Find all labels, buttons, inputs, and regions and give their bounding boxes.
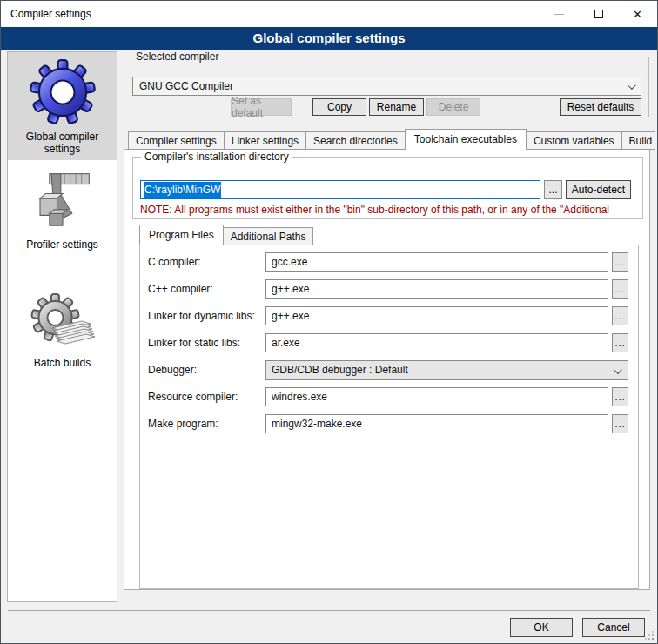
maximize-icon — [594, 10, 603, 18]
compiler-select[interactable]: GNU GCC Compiler — [132, 77, 641, 96]
sidebar-item-global-compiler-settings[interactable]: Global compiler settings — [8, 52, 117, 160]
tab-additional-paths[interactable]: Additional Paths — [223, 227, 314, 245]
cpp-compiler-input[interactable]: g++.exe — [265, 279, 608, 299]
rename-button[interactable]: Rename — [369, 98, 424, 116]
debugger-select-value: GDB/CDB debugger : Default — [272, 364, 408, 376]
browse-directory-button[interactable]: ... — [544, 180, 562, 199]
c-compiler-input[interactable]: gcc.exe — [265, 252, 608, 272]
form-row-resource-compiler: Resource compiler: windres.exe ... — [148, 387, 628, 406]
browse-make-program-button[interactable]: ... — [612, 414, 628, 433]
selected-compiler-group: Selected compiler GNU GCC Compiler Set a… — [124, 57, 649, 117]
title-bar[interactable]: Compiler settings ✕ — [1, 1, 657, 27]
resize-grip[interactable] — [652, 638, 654, 640]
close-button[interactable]: ✕ — [618, 1, 657, 27]
set-as-default-button[interactable]: Set as default — [231, 98, 292, 116]
caption-buttons: ✕ — [540, 1, 657, 27]
compiler-settings-dialog: Compiler settings ✕ Global compiler sett… — [0, 0, 658, 644]
copy-button[interactable]: Copy — [312, 98, 366, 116]
form-row-debugger: Debugger: GDB/CDB debugger : Default — [148, 360, 628, 379]
field-value: windres.exe — [272, 391, 327, 403]
settings-category-list: Global compiler settings Profiler settin… — [7, 51, 118, 602]
delete-button[interactable]: Delete — [426, 98, 480, 116]
sidebar-item-label: Global compiler settings — [8, 131, 117, 155]
settings-tab-strip: Compiler settings Linker settings Search… — [128, 129, 658, 150]
field-value: ar.exe — [272, 337, 300, 349]
field-label: C compiler: — [148, 256, 265, 268]
field-value: g++.exe — [272, 283, 309, 295]
browse-dynamic-linker-button[interactable]: ... — [612, 306, 628, 325]
group-legend: Selected compiler — [132, 50, 222, 63]
field-label: Resource compiler: — [148, 391, 265, 403]
form-row-dynamic-linker: Linker for dynamic libs: g++.exe ... — [148, 306, 628, 325]
selected-path-text: C:\raylib\MinGW — [144, 182, 221, 198]
maximize-button[interactable] — [579, 1, 618, 27]
minimize-icon — [554, 14, 564, 15]
field-value: g++.exe — [272, 310, 309, 322]
ok-button[interactable]: OK — [510, 618, 573, 637]
browse-cpp-compiler-button[interactable]: ... — [612, 279, 628, 299]
close-icon: ✕ — [633, 9, 642, 20]
dynamic-linker-input[interactable]: g++.exe — [265, 306, 608, 325]
make-program-input[interactable]: mingw32-make.exe — [265, 414, 608, 433]
sidebar-item-label: Batch builds — [8, 357, 117, 369]
compiler-select-value: GNU GCC Compiler — [139, 80, 233, 92]
chevron-down-icon — [614, 366, 622, 374]
browse-resource-compiler-button[interactable]: ... — [612, 387, 628, 406]
form-row-make-program: Make program: mingw32-make.exe ... — [148, 414, 628, 433]
field-label: Linker for dynamic libs: — [148, 310, 265, 322]
installation-directory-input[interactable]: C:\raylib\MinGW — [140, 180, 540, 199]
auto-detect-button[interactable]: Auto-detect — [566, 180, 631, 199]
gray-gear-stack-icon — [29, 292, 97, 354]
footer-separator — [8, 610, 650, 611]
installation-directory-group: Compiler's installation directory C:\ray… — [132, 157, 643, 219]
form-row-cpp-compiler: C++ compiler: g++.exe ... — [148, 279, 628, 299]
tab-program-files[interactable]: Program Files — [139, 225, 224, 245]
tab-custom-variables[interactable]: Custom variables — [526, 131, 622, 150]
tab-compiler-settings[interactable]: Compiler settings — [128, 131, 225, 150]
program-files-page: C compiler: gcc.exe ... C++ compiler: g+… — [139, 245, 639, 589]
cancel-button[interactable]: Cancel — [582, 618, 645, 637]
tab-toolchain-executables[interactable]: Toolchain executables — [405, 129, 527, 150]
resource-compiler-input[interactable]: windres.exe — [265, 387, 608, 406]
field-label: Make program: — [148, 418, 265, 430]
group-legend: Compiler's installation directory — [141, 151, 292, 163]
note-text: NOTE: All programs must exist either in … — [140, 204, 637, 216]
field-value: gcc.exe — [272, 256, 307, 268]
reset-defaults-button[interactable]: Reset defaults — [560, 98, 641, 116]
form-row-c-compiler: C compiler: gcc.exe ... — [148, 252, 628, 272]
static-linker-input[interactable]: ar.exe — [265, 333, 608, 352]
window-title: Compiler settings — [10, 1, 91, 27]
form-row-static-linker: Linker for static libs: ar.exe ... — [148, 333, 628, 352]
tab-build-options[interactable]: Build options — [621, 131, 655, 150]
caliper-icon — [29, 164, 97, 236]
tab-search-directories[interactable]: Search directories — [306, 131, 406, 150]
field-label: Debugger: — [148, 364, 265, 376]
program-files-tab-strip: Program Files Additional Paths — [139, 223, 312, 245]
sidebar-item-profiler-settings[interactable]: Profiler settings — [8, 160, 117, 268]
tab-linker-settings[interactable]: Linker settings — [224, 131, 306, 150]
field-label: Linker for static libs: — [148, 337, 265, 349]
debugger-select[interactable]: GDB/CDB debugger : Default — [265, 360, 628, 380]
sidebar-item-label: Profiler settings — [8, 238, 117, 251]
field-value: mingw32-make.exe — [272, 418, 362, 430]
minimize-button[interactable] — [540, 1, 579, 27]
blue-gear-icon — [29, 57, 97, 128]
browse-c-compiler-button[interactable]: ... — [612, 252, 628, 272]
chevron-down-icon — [628, 81, 636, 90]
browse-static-linker-button[interactable]: ... — [612, 333, 628, 352]
sidebar-item-batch-builds[interactable]: Batch builds — [8, 287, 117, 395]
field-label: C++ compiler: — [148, 283, 265, 295]
page-title: Global compiler settings — [1, 27, 657, 50]
toolchain-executables-page: Compiler's installation directory C:\ray… — [124, 149, 650, 590]
